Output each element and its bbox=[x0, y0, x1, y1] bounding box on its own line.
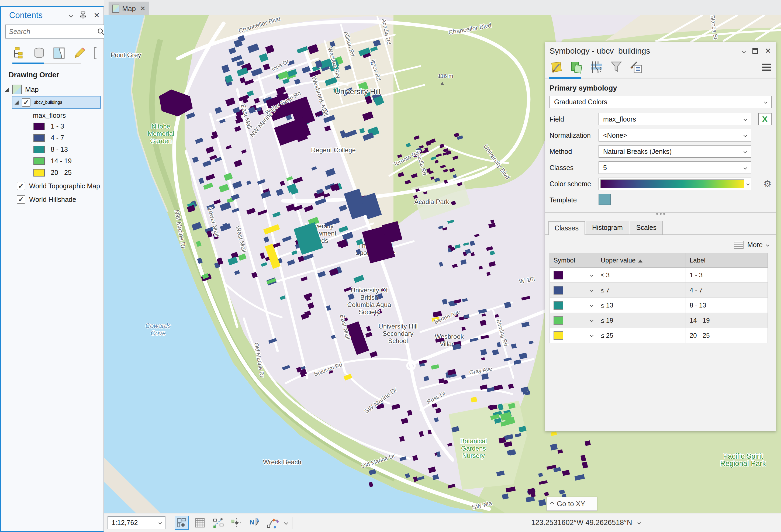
expand-triangle-icon[interactable] bbox=[5, 88, 9, 92]
class-symbol-swatch[interactable] bbox=[553, 316, 563, 325]
legend-item: 8 - 13 bbox=[1, 144, 104, 155]
layer-checkbox[interactable]: ✓ bbox=[22, 98, 31, 107]
scale-dropdown[interactable]: 1:12,762 bbox=[108, 516, 165, 529]
col-upper-value[interactable]: Upper value bbox=[597, 253, 686, 268]
map-status-bar: 1:12,762 N 123.2531602°W 49.2626518°N bbox=[104, 513, 781, 532]
list-by-selection-button[interactable] bbox=[52, 46, 66, 60]
class-symbol-swatch[interactable] bbox=[553, 271, 563, 280]
legend-swatch bbox=[33, 123, 45, 130]
class-label[interactable]: 14 - 19 bbox=[686, 313, 768, 328]
color-scheme-dropdown[interactable] bbox=[599, 177, 751, 190]
color-scheme-options-gear-icon[interactable]: ⚙ bbox=[764, 178, 772, 189]
search-input[interactable] bbox=[9, 28, 97, 36]
class-row[interactable]: ≤ 13 8 - 13 bbox=[550, 298, 768, 313]
filter-tab-icon[interactable] bbox=[609, 60, 623, 74]
contents-panel: Contents ✕ bbox=[0, 6, 104, 532]
class-upper-value[interactable]: ≤ 3 bbox=[597, 268, 686, 283]
class-row[interactable]: ≤ 25 20 - 25 bbox=[550, 328, 768, 343]
tab-histogram[interactable]: Histogram bbox=[586, 221, 629, 235]
grid-button[interactable] bbox=[193, 516, 207, 530]
pin-icon[interactable] bbox=[80, 11, 86, 19]
class-upper-value[interactable]: ≤ 13 bbox=[597, 298, 686, 313]
legend-item: 14 - 19 bbox=[1, 155, 104, 167]
contents-close-icon[interactable]: ✕ bbox=[93, 11, 100, 20]
layer-name-label: ubcv_buildings bbox=[34, 100, 62, 105]
north-arrow-button[interactable]: N bbox=[248, 516, 262, 530]
set-expression-button[interactable]: X bbox=[758, 113, 772, 125]
class-label[interactable]: 20 - 25 bbox=[686, 328, 768, 343]
template-symbol-swatch[interactable] bbox=[599, 194, 611, 205]
classes-dropdown[interactable]: 5 bbox=[599, 161, 751, 174]
svg-text:Regent College: Regent College bbox=[311, 146, 356, 154]
class-symbol-swatch[interactable] bbox=[553, 286, 563, 295]
vary-symbology-tab-icon[interactable] bbox=[569, 60, 583, 74]
class-upper-value[interactable]: ≤ 7 bbox=[597, 283, 686, 298]
svg-text:BotanicalGardensNursery: BotanicalGardensNursery bbox=[460, 438, 487, 459]
map-view-tab[interactable]: Map ✕ bbox=[109, 2, 149, 15]
contents-title: Contents bbox=[9, 10, 70, 20]
go-to-xy-button[interactable]: Go to XY bbox=[546, 497, 597, 511]
search-box[interactable] bbox=[5, 25, 115, 39]
layout-grid-button[interactable] bbox=[175, 516, 189, 530]
col-label[interactable]: Label bbox=[686, 253, 768, 268]
snapping-chevron-icon[interactable] bbox=[284, 521, 288, 525]
svg-text:Acadia Park: Acadia Park bbox=[414, 198, 449, 205]
map-label: BotanicalGardensNursery bbox=[460, 438, 487, 459]
class-label[interactable]: 1 - 3 bbox=[686, 268, 768, 283]
primary-symbology-tab-icon[interactable] bbox=[549, 60, 564, 74]
class-upper-value[interactable]: ≤ 25 bbox=[597, 328, 686, 343]
panel-close-icon[interactable]: ✕ bbox=[765, 47, 771, 55]
svg-text:NitobeMemorialGarden: NitobeMemorialGarden bbox=[148, 123, 174, 145]
list-by-drawing-order-button[interactable] bbox=[12, 46, 26, 60]
class-row[interactable]: ≤ 7 4 - 7 bbox=[550, 283, 768, 298]
layer-row-world-hillshade[interactable]: ✓ World Hillshade bbox=[1, 192, 104, 205]
map-label: Regent College bbox=[311, 146, 356, 154]
list-by-labeling-button[interactable] bbox=[92, 46, 99, 60]
normalization-dropdown[interactable]: <None> bbox=[599, 129, 751, 141]
coordinates-chevron-icon[interactable] bbox=[638, 521, 641, 525]
close-tab-icon[interactable]: ✕ bbox=[140, 5, 146, 12]
symbol-layer-drawing-tab-icon[interactable] bbox=[589, 60, 604, 74]
field-label: Field bbox=[549, 115, 599, 123]
panel-splitter[interactable] bbox=[545, 212, 776, 215]
normalization-label: Normalization bbox=[549, 131, 599, 139]
svg-text:116 m: 116 m bbox=[438, 73, 453, 79]
class-row[interactable]: ≤ 3 1 - 3 bbox=[550, 268, 768, 283]
template-label: Template bbox=[549, 196, 599, 204]
expand-triangle-icon[interactable] bbox=[14, 100, 18, 105]
panel-collapse-chevron-icon[interactable] bbox=[742, 49, 746, 53]
more-button[interactable]: More bbox=[747, 241, 763, 249]
snapping-button[interactable] bbox=[211, 516, 225, 530]
layer-row-ubcv-buildings[interactable]: ✓ ubcv_buildings bbox=[12, 96, 101, 109]
map-label: Point Grey bbox=[111, 51, 141, 58]
class-symbol-swatch[interactable] bbox=[553, 301, 563, 310]
col-symbol[interactable]: Symbol bbox=[550, 253, 597, 268]
show-values-grid-icon[interactable] bbox=[734, 241, 744, 249]
contents-collapse-chevron-icon[interactable] bbox=[69, 13, 73, 17]
tab-scales[interactable]: Scales bbox=[630, 221, 663, 235]
list-by-data-source-button[interactable] bbox=[32, 46, 46, 60]
snap-to-feature-button[interactable] bbox=[230, 516, 244, 530]
layer-row-world-topographic[interactable]: ✓ World Topographic Map bbox=[1, 178, 104, 192]
class-symbol-swatch[interactable] bbox=[553, 331, 563, 340]
chevron-down-icon bbox=[764, 100, 768, 104]
tab-classes[interactable]: Classes bbox=[548, 221, 585, 235]
layer-checkbox[interactable]: ✓ bbox=[17, 195, 25, 204]
layer-checkbox[interactable]: ✓ bbox=[17, 181, 25, 190]
list-by-editing-button[interactable] bbox=[72, 46, 86, 60]
renderer-dropdown[interactable]: Graduated Colors bbox=[549, 96, 772, 108]
class-label[interactable]: 4 - 7 bbox=[686, 283, 768, 298]
class-upper-value[interactable]: ≤ 19 bbox=[597, 313, 686, 328]
panel-menu-icon[interactable] bbox=[762, 64, 771, 71]
method-dropdown[interactable]: Natural Breaks (Jenks) bbox=[599, 145, 751, 158]
field-dropdown[interactable]: max_floors bbox=[599, 113, 751, 125]
map-label: University Hill bbox=[335, 87, 380, 96]
edit-vertices-button[interactable] bbox=[266, 516, 280, 530]
panel-dock-icon[interactable] bbox=[752, 48, 758, 54]
class-row[interactable]: ≤ 19 14 - 19 bbox=[550, 313, 768, 328]
map-label: 116 m bbox=[438, 73, 453, 79]
map-group-row[interactable]: Map bbox=[1, 83, 104, 96]
class-label[interactable]: 8 - 13 bbox=[686, 298, 768, 313]
scales-tab-icon[interactable] bbox=[629, 60, 643, 74]
chevron-down-icon bbox=[744, 150, 747, 153]
